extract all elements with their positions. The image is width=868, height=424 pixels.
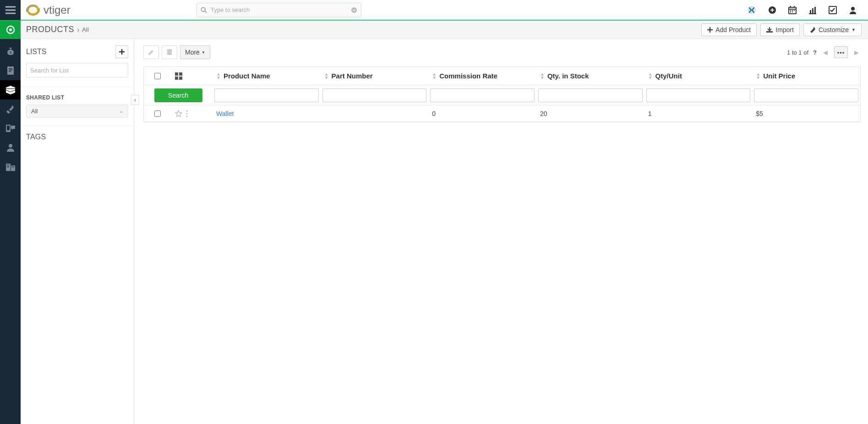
svg-rect-28 <box>9 71 11 72</box>
row-unit-price: $5 <box>752 110 860 117</box>
module-indicator[interactable] <box>0 21 21 39</box>
filter-unit-price[interactable] <box>754 88 858 102</box>
filter-part-number[interactable] <box>322 88 427 102</box>
col-qty-unit[interactable]: ▲▼Qty/Unit <box>644 72 753 80</box>
filter-qty-unit[interactable] <box>646 88 751 102</box>
svg-rect-30 <box>7 126 10 130</box>
top-icons <box>747 6 868 15</box>
menu-toggle[interactable] <box>0 0 21 20</box>
sort-icon: ▲▼ <box>540 72 545 80</box>
svg-rect-34 <box>7 165 8 165</box>
search-dropdown-icon[interactable] <box>351 7 357 13</box>
caret-down-icon: ▼ <box>852 28 856 32</box>
rail-contacts[interactable] <box>0 138 21 157</box>
logo-icon: vtiger <box>26 3 99 17</box>
svg-point-0 <box>28 6 38 14</box>
table-header: ▲▼Product Name ▲▼Part Number ▲▼Commissio… <box>144 67 860 85</box>
pager-prev[interactable]: ◀ <box>821 49 830 56</box>
select-all-checkbox[interactable] <box>154 73 161 79</box>
products-table: ▲▼Product Name ▲▼Part Number ▲▼Commissio… <box>143 66 861 122</box>
module-actions: Add Product Import Customize ▼ <box>701 23 868 36</box>
vtiger-logo[interactable]: vtiger <box>21 3 105 17</box>
svg-rect-18 <box>814 7 816 13</box>
list-search-input[interactable] <box>30 67 124 74</box>
col-part-number[interactable]: ▲▼Part Number <box>321 72 429 80</box>
plus-icon <box>119 49 125 55</box>
rail-campaigns[interactable] <box>0 119 21 138</box>
breadcrumb: PRODUCTS › All <box>21 25 89 34</box>
rail-products[interactable] <box>0 80 21 99</box>
edit-button[interactable] <box>143 45 159 59</box>
svg-rect-39 <box>13 166 14 167</box>
svg-rect-40 <box>167 50 172 55</box>
svg-point-20 <box>851 7 855 11</box>
reports-icon[interactable] <box>808 6 817 14</box>
svg-point-22 <box>9 28 12 31</box>
more-label: More <box>185 49 200 56</box>
sort-icon: ▲▼ <box>216 72 221 80</box>
calendar-icon[interactable] <box>788 6 797 14</box>
col-commission-rate[interactable]: ▲▼Commission Rate <box>428 72 536 80</box>
plus-icon <box>707 27 713 33</box>
document-icon <box>6 66 15 75</box>
svg-point-47 <box>186 110 187 111</box>
chevron-left-icon: ‹ <box>134 97 136 103</box>
table-search-button[interactable]: Search <box>154 88 202 102</box>
breadcrumb-filter[interactable]: All <box>82 26 88 33</box>
rail-services[interactable] <box>0 99 21 119</box>
svg-rect-36 <box>7 166 8 167</box>
pager-jump[interactable]: ••• <box>834 46 848 58</box>
svg-rect-16 <box>810 10 811 13</box>
kebab-icon[interactable] <box>186 110 188 117</box>
star-icon[interactable] <box>175 110 182 117</box>
svg-point-2 <box>201 7 205 11</box>
filter-qty-in-stock[interactable] <box>538 88 643 102</box>
svg-rect-37 <box>8 166 9 167</box>
extension-icon[interactable] <box>747 6 756 15</box>
svg-rect-14 <box>790 11 791 12</box>
device-chat-icon <box>5 124 16 133</box>
filter-product-name[interactable] <box>214 88 319 102</box>
sidebar-collapse[interactable]: ‹ <box>131 95 139 105</box>
top-bar: vtiger <box>0 0 868 21</box>
search-icon <box>201 7 207 13</box>
add-product-button[interactable]: Add Product <box>701 23 757 36</box>
list-search[interactable] <box>26 63 128 77</box>
svg-rect-15 <box>792 11 793 12</box>
tasks-icon[interactable] <box>829 6 837 14</box>
row-qty-unit: 1 <box>644 110 753 117</box>
person-icon <box>6 143 15 152</box>
svg-rect-44 <box>179 72 182 76</box>
svg-rect-42 <box>169 49 170 50</box>
more-button[interactable]: More ▼ <box>180 45 210 59</box>
quick-create-icon[interactable] <box>768 6 776 14</box>
pager-next[interactable]: ▶ <box>852 49 861 56</box>
user-icon[interactable] <box>849 6 857 14</box>
filter-sidebar: LISTS SHARED LIST All ⌄ TAGS ‹ <box>21 39 134 424</box>
table-row[interactable]: Wallet 0 20 1 $5 <box>144 105 860 122</box>
module-name: PRODUCTS <box>26 25 74 34</box>
import-button[interactable]: Import <box>760 23 800 36</box>
customize-button[interactable]: Customize ▼ <box>803 23 862 36</box>
col-unit-price[interactable]: ▲▼Unit Price <box>752 72 860 80</box>
grid-view-icon[interactable] <box>175 72 182 80</box>
row-qty-in-stock: 20 <box>536 110 644 117</box>
row-product-name[interactable]: Wallet <box>216 110 234 117</box>
col-qty-in-stock[interactable]: ▲▼Qty. in Stock <box>536 72 644 80</box>
row-checkbox[interactable] <box>154 110 161 117</box>
wrench-icon <box>809 27 816 33</box>
sort-icon: ▲▼ <box>756 72 760 80</box>
delete-button[interactable] <box>162 45 177 59</box>
global-search-input[interactable] <box>211 6 351 13</box>
rail-quotes[interactable] <box>0 61 21 80</box>
shared-list-select[interactable]: All ⌄ <box>26 105 128 118</box>
filter-commission-rate[interactable] <box>430 88 535 102</box>
rail-opportunities[interactable]: $ <box>0 42 21 61</box>
col-product-name[interactable]: ▲▼Product Name <box>213 72 321 80</box>
pager: 1 to 1 of ? ◀ ••• ▶ <box>787 46 861 58</box>
global-search[interactable] <box>197 3 361 17</box>
rail-organizations[interactable] <box>0 157 21 176</box>
add-list-button[interactable] <box>115 45 128 58</box>
list-content: More ▼ 1 to 1 of ? ◀ ••• ▶ ▲▼Product Na <box>134 39 868 424</box>
pager-total[interactable]: ? <box>813 49 817 56</box>
